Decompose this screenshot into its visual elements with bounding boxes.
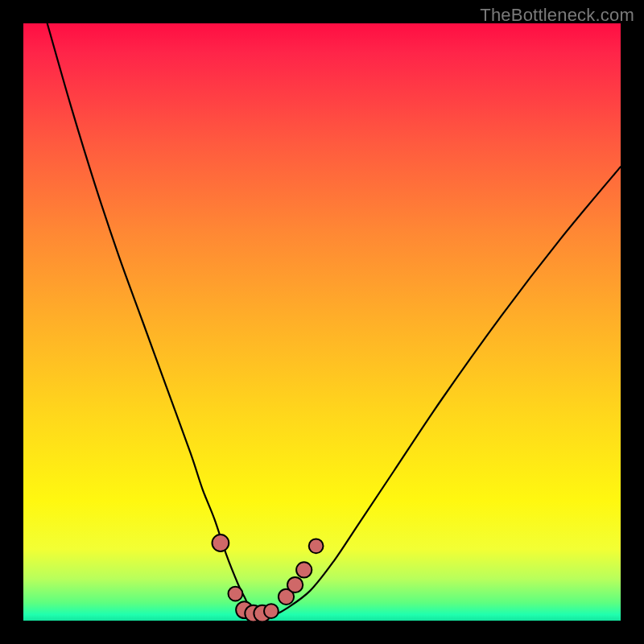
bottleneck-curve	[47, 23, 621, 615]
marker-left-upper	[213, 535, 229, 551]
bottleneck-chart	[23, 23, 621, 621]
marker-left-mid	[229, 587, 243, 601]
marker-right-3	[296, 562, 312, 577]
chart-frame	[23, 23, 621, 621]
marker-right-upper	[309, 539, 324, 553]
watermark-text: TheBottleneck.com	[480, 5, 634, 26]
marker-group	[213, 535, 324, 621]
marker-valley-4	[264, 604, 279, 618]
marker-right-2	[287, 577, 303, 592]
